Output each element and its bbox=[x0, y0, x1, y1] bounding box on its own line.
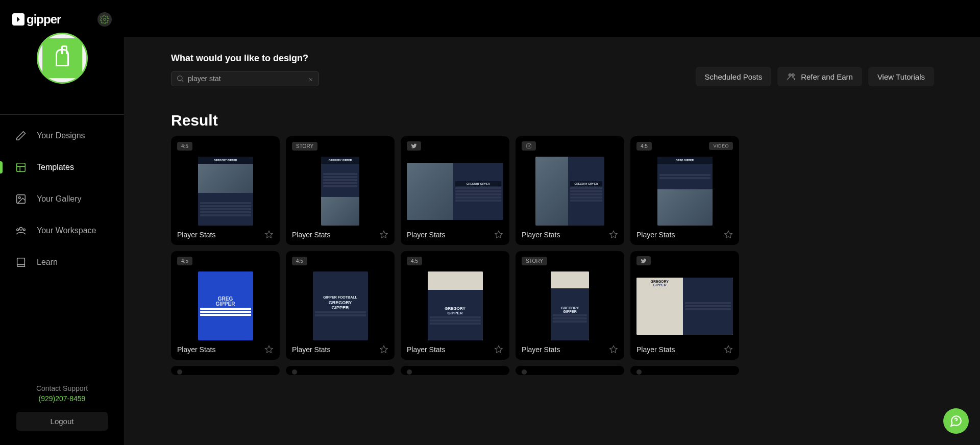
favorite-button[interactable] bbox=[379, 345, 388, 354]
template-card[interactable]: 4:5 VIDEO GREG GIPPER Player Stats bbox=[630, 136, 739, 245]
search-wrap bbox=[171, 71, 319, 86]
settings-button[interactable] bbox=[97, 12, 112, 27]
search-icon bbox=[176, 75, 184, 83]
sidebar-item-label: Templates bbox=[37, 163, 74, 172]
sidebar-item-learn[interactable]: Learn bbox=[0, 246, 124, 278]
card-title: Player Stats bbox=[407, 345, 445, 354]
svg-point-7 bbox=[178, 76, 182, 81]
template-card[interactable]: 4:5 GIPPER FOOTBALLGREGORYGIPPER Player … bbox=[286, 251, 395, 360]
format-badge-instagram bbox=[522, 141, 536, 151]
design-prompt: What would you like to design? bbox=[171, 53, 319, 64]
help-chat-button[interactable] bbox=[943, 408, 969, 434]
favorite-button[interactable] bbox=[724, 230, 733, 239]
result-heading: Result bbox=[171, 112, 934, 129]
favorite-button[interactable] bbox=[264, 345, 274, 354]
template-card[interactable]: 4:5 GREGGIPPER Player Stats bbox=[171, 251, 280, 360]
main-area: What would you like to design? Scheduled… bbox=[124, 0, 980, 445]
card-title: Player Stats bbox=[636, 231, 675, 239]
gear-icon bbox=[100, 15, 109, 24]
workspace-avatar[interactable] bbox=[0, 33, 124, 84]
sidebar-item-your-gallery[interactable]: Your Gallery bbox=[0, 183, 124, 215]
template-thumbnail: GREG GIPPER bbox=[636, 155, 733, 228]
format-badge-twitter bbox=[636, 256, 651, 265]
instagram-icon bbox=[526, 143, 532, 149]
scheduled-posts-button[interactable]: Scheduled Posts bbox=[696, 67, 772, 86]
card-title: Player Stats bbox=[522, 345, 560, 354]
brand-mark-icon bbox=[12, 13, 24, 26]
favorite-button[interactable] bbox=[494, 230, 503, 239]
brand-logo[interactable]: gipper bbox=[12, 12, 61, 27]
template-thumbnail: GREGORY GIPPER bbox=[292, 155, 388, 228]
svg-point-6 bbox=[23, 229, 26, 231]
sidebar-item-your-workspace[interactable]: Your Workspace bbox=[0, 215, 124, 246]
card-title: Player Stats bbox=[407, 231, 445, 239]
format-badge bbox=[522, 369, 527, 375]
template-card[interactable]: 4:5 GREGORY GIPPER Player Stats bbox=[171, 136, 280, 245]
format-badge: STORY bbox=[292, 142, 317, 151]
favorite-button[interactable] bbox=[264, 230, 274, 239]
book-icon bbox=[15, 257, 27, 268]
template-thumbnail: GIPPER FOOTBALLGREGORYGIPPER bbox=[292, 269, 388, 342]
template-card[interactable] bbox=[630, 366, 739, 375]
template-thumbnail: GREGORYGIPPER bbox=[407, 269, 503, 342]
twitter-icon bbox=[411, 143, 417, 149]
favorite-button[interactable] bbox=[724, 345, 733, 354]
sidebar-item-templates[interactable]: Templates bbox=[0, 152, 124, 183]
format-badge: 4:5 bbox=[177, 257, 192, 265]
sidebar-item-label: Learn bbox=[37, 258, 58, 267]
pencil-icon bbox=[15, 130, 27, 141]
help-icon bbox=[949, 414, 963, 428]
clear-search-button[interactable] bbox=[308, 76, 314, 82]
svg-point-0 bbox=[104, 18, 106, 21]
card-title: Player Stats bbox=[177, 345, 215, 354]
template-card[interactable]: GREGORY GIPPER Player Stats bbox=[401, 136, 509, 245]
favorite-button[interactable] bbox=[609, 230, 618, 239]
format-badge: 4:5 bbox=[636, 142, 652, 151]
gallery-icon bbox=[15, 193, 27, 205]
template-thumbnail: GREGGIPPER bbox=[177, 269, 274, 342]
format-badge: 4:5 bbox=[292, 257, 307, 265]
svg-point-8 bbox=[789, 74, 792, 77]
support-block: Contact Support (929)207-8459 bbox=[0, 384, 124, 403]
favorite-button[interactable] bbox=[494, 345, 503, 354]
header-row: What would you like to design? Scheduled… bbox=[171, 53, 934, 86]
card-title: Player Stats bbox=[177, 231, 215, 239]
template-card[interactable]: GREGORYGIPPER Player Stats bbox=[630, 251, 739, 360]
favorite-button[interactable] bbox=[609, 345, 618, 354]
sidebar: gipper Your Designs Templates Your Galle… bbox=[0, 0, 124, 445]
format-badge bbox=[636, 369, 642, 375]
template-card[interactable] bbox=[171, 366, 280, 375]
favorite-button[interactable] bbox=[379, 230, 388, 239]
format-badge: 4:5 bbox=[177, 142, 192, 151]
template-card[interactable] bbox=[516, 366, 624, 375]
support-phone[interactable]: (929)207-8459 bbox=[0, 394, 124, 403]
format-badge: STORY bbox=[522, 257, 547, 265]
refer-and-earn-button[interactable]: Refer and Earn bbox=[777, 67, 862, 86]
template-thumbnail: GREGORYGIPPER bbox=[522, 269, 618, 342]
svg-point-11 bbox=[528, 145, 530, 147]
card-title: Player Stats bbox=[292, 231, 330, 239]
template-card[interactable] bbox=[286, 366, 395, 375]
template-card[interactable]: STORY GREGORY GIPPER Player Stats bbox=[286, 136, 395, 245]
format-badge bbox=[177, 369, 182, 375]
card-title: Player Stats bbox=[292, 345, 330, 354]
format-badge: 4:5 bbox=[407, 257, 422, 265]
topbar bbox=[124, 0, 980, 37]
divider bbox=[0, 114, 124, 115]
templates-icon bbox=[15, 162, 27, 173]
svg-point-9 bbox=[792, 74, 795, 77]
sidebar-header: gipper bbox=[0, 0, 124, 27]
template-card[interactable]: STORY GREGORYGIPPER Player Stats bbox=[516, 251, 624, 360]
template-card[interactable]: 4:5 GREGORYGIPPER Player Stats bbox=[401, 251, 509, 360]
svg-point-4 bbox=[19, 228, 22, 231]
view-tutorials-button[interactable]: View Tutorials bbox=[868, 67, 934, 86]
template-thumbnail: GREGORY GIPPER bbox=[177, 155, 274, 228]
template-card[interactable]: GREGORY GIPPER Player Stats bbox=[516, 136, 624, 245]
twitter-icon bbox=[641, 258, 647, 264]
search-input[interactable] bbox=[171, 71, 319, 86]
template-thumbnail: GREGORY GIPPER bbox=[522, 155, 618, 228]
logout-button[interactable]: Logout bbox=[16, 412, 108, 431]
sidebar-item-your-designs[interactable]: Your Designs bbox=[0, 120, 124, 152]
format-badge-twitter bbox=[407, 141, 421, 151]
template-card[interactable] bbox=[401, 366, 509, 375]
